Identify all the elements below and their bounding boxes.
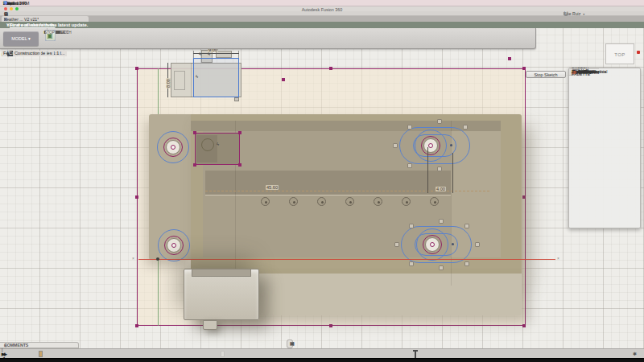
close-tab-button[interactable]: ×: [4, 17, 6, 22]
connector-glyph: [234, 97, 239, 101]
sketch-point[interactable]: [452, 243, 454, 245]
close-notification-button[interactable]: ×: [6, 23, 10, 27]
timeline-playhead[interactable]: [415, 350, 416, 358]
sketch-origin-point[interactable]: [156, 257, 159, 261]
stop-sketch-palette-button[interactable]: Stop Sketch: [526, 71, 566, 78]
go-to-end-icon[interactable]: ▶▶: [2, 350, 7, 358]
constraint-marker[interactable]: [393, 143, 398, 148]
constraint-marker[interactable]: [439, 219, 444, 224]
dimension-extension-line: [427, 147, 428, 193]
dimension-extension-line: [193, 51, 194, 58]
lid-inner-lip: [192, 269, 251, 277]
dimension-slot-offset[interactable]: 4.00: [436, 187, 446, 191]
constraint-marker[interactable]: [394, 242, 399, 247]
constraint-conflict-icon: ϟ: [196, 74, 198, 79]
sketch-point[interactable]: [450, 144, 452, 146]
x-axis-marker: ×: [557, 256, 559, 261]
constraint-marker[interactable]: [409, 224, 414, 228]
constraint-conflict-icon: ϟ: [199, 51, 201, 56]
sketch-point[interactable]: [135, 324, 138, 327]
timeline-feature-icon[interactable]: [221, 351, 225, 357]
document-tab-bar: Feather ... V2 v21* ×: [0, 16, 644, 22]
sketch-hole-circle[interactable]: [402, 197, 411, 206]
sketch-hole-circle[interactable]: [345, 197, 354, 206]
constraint-marker[interactable]: [463, 125, 468, 130]
constraint-row[interactable]: Symmetry ◂▸: [569, 68, 576, 75]
lid-usb-nub: [203, 320, 217, 330]
minimize-window-button[interactable]: [10, 7, 13, 10]
constraint-marker[interactable]: [437, 119, 442, 124]
sketch-point[interactable]: [508, 57, 511, 60]
selection-highlight-rectangle[interactable]: [193, 58, 239, 97]
sketch-point[interactable]: [193, 163, 196, 167]
constraint-conflict-icon: ϟ: [217, 142, 219, 146]
y-axis[interactable]: [158, 68, 159, 114]
notification-center-icon[interactable]: ≡: [3, 1, 6, 6]
constraint-marker[interactable]: [407, 163, 412, 168]
sketch-point[interactable]: [522, 67, 526, 70]
viewports-icon[interactable]: ◫: [290, 339, 295, 348]
sketch-point[interactable]: [282, 78, 285, 81]
sketch-point[interactable]: [238, 131, 242, 134]
fusion-360-window: Fusion 360 File Edit View Window Share H…: [0, 0, 644, 362]
timeline-bar: |◀◀▶▶|▶▶ ✱: [0, 348, 644, 358]
sketch-point[interactable]: [522, 324, 526, 327]
view-cube[interactable]: TOP: [605, 43, 634, 64]
standoff-circle-bottom-left[interactable]: [158, 229, 190, 261]
dimension-extension-line: [238, 51, 239, 58]
sketch-hole-circle[interactable]: [317, 197, 326, 206]
constraint-marker[interactable]: [439, 265, 444, 270]
sketch-point[interactable]: [238, 163, 242, 167]
constraint-marker[interactable]: [475, 242, 480, 247]
sketch-point[interactable]: [329, 67, 332, 70]
view-cube-marker: [637, 51, 640, 54]
timeline-settings-gear-icon[interactable]: ✱: [633, 351, 637, 356]
switch-guard-sketch-rectangle[interactable]: [195, 133, 240, 165]
dimension-line: [193, 53, 239, 54]
dimension-extension-line: [452, 153, 453, 193]
user-menu-arrow[interactable]: ▾: [583, 12, 584, 16]
constraint-marker[interactable]: [464, 224, 469, 228]
redo-icon[interactable]: ↷: [4, 11, 8, 16]
sketch-centerline[interactable]: [205, 191, 489, 191]
update-notification-bar: You are all set with the latest update. …: [0, 22, 644, 28]
sketch-hole-circle[interactable]: [430, 197, 439, 206]
sketch-point[interactable]: [522, 195, 526, 199]
x-axis-marker: ×: [132, 256, 134, 261]
document-tab-label: Feather ... V2 v21*: [4, 17, 39, 22]
standoff-circle-top-left[interactable]: [157, 131, 189, 163]
constraint-icon[interactable]: ◂▸: [572, 68, 577, 75]
timeline-feature-icon[interactable]: [39, 351, 43, 357]
sketch-hole-circle[interactable]: [374, 197, 382, 206]
sketch-point[interactable]: [193, 131, 196, 134]
constraint-marker[interactable]: [407, 125, 412, 130]
small-part-body[interactable]: [216, 51, 232, 58]
sketch-hole-circle[interactable]: [289, 197, 298, 206]
browser-item-controls[interactable]: ◉ ▾: [7, 48, 10, 60]
sketch-palette-panel: ◈ SKETCH PALETTE ▾ Options Look At Sketc…: [568, 68, 641, 228]
close-window-button[interactable]: [4, 7, 7, 10]
whats-new-link[interactable]: Find out what's new.: [10, 23, 56, 27]
constraint-marker[interactable]: [409, 261, 414, 266]
comments-bar[interactable]: COMMENTS ◉ ▴: [0, 342, 79, 348]
toolbar-group-stop-sketch: ▣ STOP SKETCH: [42, 28, 47, 30]
battery-edge-line: [191, 63, 192, 97]
document-tab[interactable]: Feather ... V2 v21* ×: [2, 16, 89, 22]
dimension-height[interactable]: 8.00: [166, 78, 171, 88]
x-axis[interactable]: [138, 259, 555, 260]
macos-dock-strip: [0, 358, 644, 362]
sketch-point[interactable]: [135, 67, 138, 70]
battery-detail-rect: [174, 71, 185, 90]
workspace-switcher-button[interactable]: MODEL ▾: [3, 31, 39, 46]
sketch-hole-circle[interactable]: [261, 197, 270, 206]
sketch-point[interactable]: [135, 195, 138, 199]
dimension-length[interactable]: 45.60: [266, 185, 279, 190]
comments-label: COMMENTS: [4, 343, 28, 348]
sketch-point[interactable]: [329, 324, 332, 327]
macos-menu-bar: Fusion 360 File Edit View Window Share H…: [0, 0, 644, 6]
y-axis[interactable]: [158, 260, 159, 326]
main-toolbar: MODEL ▾ ✎╱▭○◠◇↔✂⇄↧◎ SKETCH ▾ ▮↥⊙◈≈▦ CREA…: [0, 28, 536, 49]
constraint-marker[interactable]: [464, 261, 469, 266]
constraint-marker[interactable]: [437, 167, 442, 171]
zoom-window-button[interactable]: [15, 7, 19, 10]
